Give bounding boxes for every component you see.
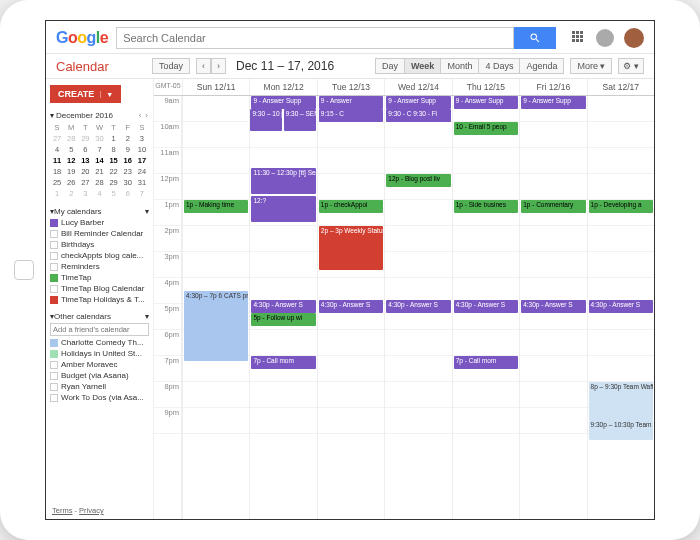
mini-cal-day[interactable]: 30 xyxy=(92,133,106,144)
search-button[interactable] xyxy=(514,27,556,49)
calendar-event[interactable]: 12p - Blog post liv xyxy=(386,174,450,187)
calendar-event[interactable]: 11:30 – 12:30p [tt] Sean Conference Line xyxy=(251,168,315,194)
calendar-row[interactable]: TimeTap xyxy=(50,273,149,282)
calendar-event[interactable]: 4:30p - Answer S xyxy=(251,300,315,313)
day-column[interactable]: 9 - Answer Supp10 - Email 5 peop1p - Sid… xyxy=(452,96,519,520)
mini-cal-day[interactable]: 19 xyxy=(64,166,78,177)
calendar-event[interactable]: 9:30p – 10:30p Team French xyxy=(589,420,653,440)
calendar-event[interactable]: 4:30p - Answer S xyxy=(521,300,585,313)
mini-cal-day[interactable]: 24 xyxy=(135,166,149,177)
mini-cal-day[interactable]: 7 xyxy=(135,188,149,199)
calendar-row[interactable]: Charlotte Comedy Th... xyxy=(50,338,149,347)
calendar-row[interactable]: Holidays in United St... xyxy=(50,349,149,358)
mini-cal-day[interactable]: 16 xyxy=(121,155,135,166)
mini-cal-day[interactable]: 3 xyxy=(78,188,92,199)
calendar-event[interactable]: 9 - Answer Supp xyxy=(386,96,450,109)
mini-cal-day[interactable]: 6 xyxy=(78,144,92,155)
notifications-icon[interactable] xyxy=(596,29,614,47)
mini-cal-day[interactable]: 23 xyxy=(121,166,135,177)
mini-cal-day[interactable]: 14 xyxy=(92,155,106,166)
calendar-event[interactable]: 8p – 9:30p Team Waffle Charlotte Comedy … xyxy=(589,382,653,420)
calendar-row[interactable]: Budget (via Asana) xyxy=(50,371,149,380)
mini-cal-prev[interactable]: ‹ xyxy=(138,111,143,120)
day-column[interactable]: 9 - Answer Supp1p - Commentary4:30p - An… xyxy=(519,96,586,520)
mini-cal-day[interactable]: 2 xyxy=(64,188,78,199)
add-calendar-input[interactable] xyxy=(50,323,149,336)
calendar-event[interactable]: 7p - Call mom xyxy=(251,356,315,369)
avatar[interactable] xyxy=(624,28,644,48)
privacy-link[interactable]: Privacy xyxy=(79,506,104,515)
mini-cal-day[interactable]: 4 xyxy=(92,188,106,199)
mini-cal-day[interactable]: 1 xyxy=(50,188,64,199)
mini-cal-day[interactable]: 1 xyxy=(107,133,121,144)
mini-cal-day[interactable]: 29 xyxy=(107,177,121,188)
mini-cal-day[interactable]: 18 xyxy=(50,166,64,177)
mini-cal-day[interactable]: 17 xyxy=(135,155,149,166)
calendar-row[interactable]: Amber Moravec xyxy=(50,360,149,369)
calendar-row[interactable]: checkAppts blog cale... xyxy=(50,251,149,260)
view-week[interactable]: Week xyxy=(405,58,441,74)
day-column[interactable]: 1p - Making time4:30p – 7p 6 CATS practi… xyxy=(182,96,249,520)
mini-cal-day[interactable]: 2 xyxy=(121,133,135,144)
mini-cal-day[interactable]: 29 xyxy=(78,133,92,144)
chevron-down-icon[interactable]: ▾ xyxy=(50,111,54,120)
view-4days[interactable]: 4 Days xyxy=(479,58,520,74)
mini-cal-day[interactable]: 15 xyxy=(107,155,121,166)
calendar-event[interactable]: 4:30p – 7p 6 CATS practice xyxy=(184,291,248,361)
mini-cal-day[interactable]: 31 xyxy=(135,177,149,188)
mini-cal-day[interactable]: 10 xyxy=(135,144,149,155)
prev-button[interactable]: ‹ xyxy=(196,58,211,74)
calendar-row[interactable]: Bill Reminder Calendar xyxy=(50,229,149,238)
mini-cal-day[interactable]: 21 xyxy=(92,166,106,177)
calendar-event[interactable]: 7p - Call mom xyxy=(454,356,518,369)
calendar-event[interactable]: 4:30p - Answer S xyxy=(454,300,518,313)
mini-cal-day[interactable]: 22 xyxy=(107,166,121,177)
mini-cal-day[interactable]: 13 xyxy=(78,155,92,166)
calendar-row[interactable]: Reminders xyxy=(50,262,149,271)
day-column[interactable]: 9 - Answer Supp9:30 – 10 [tt] Dean Confe… xyxy=(249,96,316,520)
calendar-event[interactable]: 5p - Follow up wi xyxy=(251,313,315,326)
mini-cal-day[interactable]: 5 xyxy=(64,144,78,155)
mini-cal-day[interactable]: 5 xyxy=(107,188,121,199)
mini-cal-day[interactable]: 11 xyxy=(50,155,64,166)
mini-cal-day[interactable]: 27 xyxy=(78,177,92,188)
calendar-event[interactable]: 12:? xyxy=(251,196,315,222)
calendar-event[interactable]: 9:15 - C xyxy=(319,109,383,122)
search-input[interactable] xyxy=(116,27,514,49)
day-column[interactable]: 1p - Developing a4:30p - Answer S8p – 9:… xyxy=(587,96,654,520)
mini-cal-day[interactable]: 25 xyxy=(50,177,64,188)
calendar-row[interactable]: Lucy Barber xyxy=(50,218,149,227)
mini-cal-day[interactable]: 28 xyxy=(92,177,106,188)
mini-cal-day[interactable]: 6 xyxy=(121,188,135,199)
calendar-event[interactable]: 9 - Answer Supp xyxy=(454,96,518,109)
terms-link[interactable]: Terms xyxy=(52,506,72,515)
calendar-event[interactable]: 9:30 – 10 [tt] Dean Conferenc xyxy=(250,109,282,131)
mini-cal-day[interactable]: 12 xyxy=(64,155,78,166)
view-month[interactable]: Month xyxy=(441,58,479,74)
mini-cal-day[interactable]: 27 xyxy=(50,133,64,144)
next-button[interactable]: › xyxy=(211,58,226,74)
calendar-event[interactable]: 9 - Answer Supp xyxy=(521,96,585,109)
calendar-row[interactable]: TimeTap Holidays & T... xyxy=(50,295,149,304)
mini-cal-next[interactable]: › xyxy=(144,111,149,120)
calendar-event[interactable]: 9 - Answer xyxy=(319,96,383,109)
mini-cal-day[interactable]: 26 xyxy=(64,177,78,188)
view-agenda[interactable]: Agenda xyxy=(520,58,564,74)
calendar-row[interactable]: TimeTap Blog Calendar xyxy=(50,284,149,293)
calendar-event[interactable]: 1p - Developing a xyxy=(589,200,653,213)
mini-cal-day[interactable]: 4 xyxy=(50,144,64,155)
calendar-event[interactable]: 1p - checkAppoi xyxy=(319,200,383,213)
calendar-row[interactable]: Ryan Yarnell xyxy=(50,382,149,391)
section-menu-icon[interactable]: ▾ xyxy=(145,312,149,321)
calendar-event[interactable]: 9:30 - C 9:30 - Fi xyxy=(386,109,450,122)
mini-cal-day[interactable]: 8 xyxy=(107,144,121,155)
calendar-event[interactable]: 1p - Making time xyxy=(184,200,248,213)
day-column[interactable]: 9 - Answer Supp9:30 - C 9:30 - Fi12p - B… xyxy=(384,96,451,520)
settings-button[interactable]: ⚙ ▾ xyxy=(618,58,644,74)
create-button[interactable]: CREATE▼ xyxy=(50,85,121,103)
today-button[interactable]: Today xyxy=(152,58,190,74)
calendar-event[interactable]: 9:30 – SEM Rush xyxy=(284,109,316,131)
calendar-event[interactable]: 2p – 3p Weekly Status Meeting xyxy=(319,226,383,270)
calendar-event[interactable]: 9 - Answer Supp xyxy=(251,96,315,109)
view-day[interactable]: Day xyxy=(375,58,405,74)
